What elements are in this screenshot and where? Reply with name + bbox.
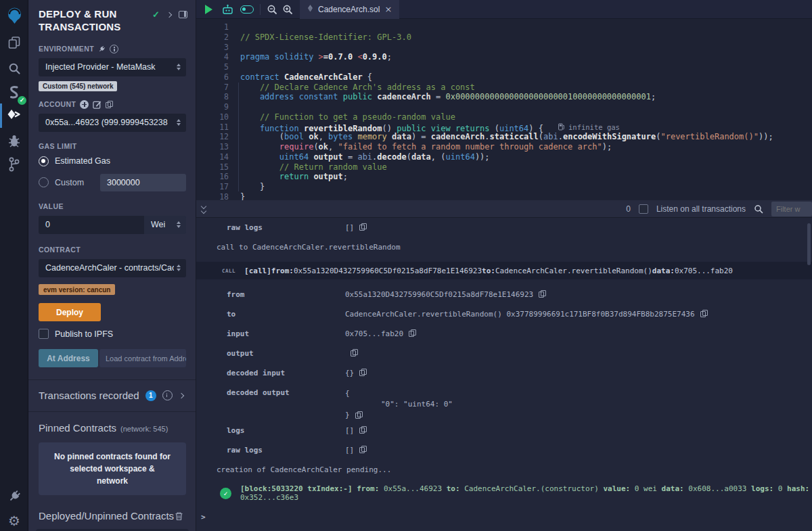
terminal-value: [] — [345, 223, 366, 232]
search-icon[interactable] — [0, 61, 28, 76]
estimated-gas-radio[interactable] — [39, 156, 49, 166]
sign-message-icon[interactable] — [93, 100, 102, 109]
evm-version-badge: evm version: cancun — [39, 284, 115, 295]
copy-icon[interactable] — [359, 223, 366, 231]
select-stepper-icon — [177, 264, 181, 271]
plug-icon[interactable] — [97, 43, 108, 54]
deploy-and-run-icon[interactable] — [0, 107, 28, 124]
transactions-info-icon[interactable] — [162, 390, 173, 400]
plugin-manager-icon[interactable] — [0, 487, 28, 505]
code-line[interactable]: 12 (bool ok, bytes memory data) = cadenc… — [196, 132, 812, 142]
at-address-button[interactable]: At Address — [39, 349, 98, 367]
editor-toolbar: CadenceArch.sol × — [196, 0, 812, 19]
success-check-icon: ✓ — [220, 488, 231, 499]
copy-icon[interactable] — [351, 349, 357, 356]
terminal-key: output — [227, 349, 254, 358]
publish-ipfs-checkbox[interactable] — [39, 329, 49, 339]
file-explorer-icon[interactable] — [0, 35, 28, 50]
value-label: VALUE — [39, 202, 186, 210]
terminal-kv-row: logs[] — [217, 426, 812, 435]
value-unit-select[interactable]: Wei — [144, 216, 186, 234]
copy-icon[interactable] — [359, 446, 366, 453]
compile-success-badge: ✓ — [18, 96, 26, 105]
remix-logo[interactable] — [0, 5, 28, 26]
line-number: 11 — [196, 122, 229, 133]
line-number: 18 — [196, 192, 229, 200]
code-line[interactable]: 4pragma solidity >=0.7.0 <0.9.0; — [196, 52, 812, 62]
code-line[interactable]: 1 — [196, 22, 812, 32]
close-tab-icon[interactable]: × — [384, 5, 392, 14]
terminal-scrollbar[interactable] — [807, 223, 811, 265]
source-control-icon[interactable] — [0, 156, 28, 173]
debugger-icon[interactable] — [0, 133, 28, 149]
terminal-header: 0 Listen on all transactions — [196, 200, 812, 218]
account-select[interactable]: 0x55a...46923 (999.9999453238 — [39, 114, 186, 132]
code-line[interactable]: 3 — [196, 43, 812, 53]
code-line[interactable]: 7 // Declare Cadence Arch's address as a… — [196, 83, 812, 93]
code-line[interactable]: 10 // Function to get a pseudo-random va… — [196, 112, 812, 122]
code-line[interactable]: 15 // Return random value — [196, 162, 812, 172]
code-line[interactable]: 6contract CadenceArchCaler { — [196, 72, 812, 83]
line-number: 8 — [196, 92, 229, 102]
collapse-terminal-icon[interactable] — [202, 204, 206, 213]
panel-forward-icon[interactable] — [166, 11, 172, 17]
run-script-play-icon[interactable] — [205, 5, 212, 14]
contract-label: CONTRACT — [39, 246, 186, 254]
panel-check-icon: ✓ — [152, 9, 160, 20]
copy-icon[interactable] — [409, 329, 415, 337]
copy-icon[interactable] — [539, 290, 545, 298]
deploy-button[interactable]: Deploy — [39, 303, 101, 321]
code-line[interactable]: 17 } — [196, 182, 812, 192]
clear-contracts-trash-icon[interactable] — [175, 511, 183, 521]
copy-icon[interactable] — [700, 310, 707, 317]
ai-assistant-robot-icon[interactable] — [222, 4, 233, 15]
code-line[interactable]: 8 address constant public cadenceArch = … — [196, 92, 812, 102]
filter-input[interactable] — [771, 202, 812, 216]
terminal-search-icon[interactable] — [754, 204, 763, 214]
environment-select[interactable]: Injected Provider - MetaMask — [39, 58, 186, 76]
terminal-success-line[interactable]: ✓[block:5033220 txIndex:-] from: 0x55a..… — [220, 484, 812, 502]
icon-rail: ✓ ⚙ — [0, 0, 28, 531]
split-view-icon[interactable] — [179, 11, 187, 18]
code-line[interactable]: 5 — [196, 62, 812, 72]
copilot-toggle[interactable] — [240, 5, 254, 14]
terminal-kv-row: decoded input{} — [217, 369, 812, 377]
tab-cadencearch-sol[interactable]: CadenceArch.sol × — [300, 0, 399, 19]
add-account-icon[interactable] — [80, 100, 89, 109]
copy-icon[interactable] — [359, 369, 366, 376]
code-line[interactable]: 11 function revertibleRandom() public vi… — [196, 122, 812, 133]
zoom-in-icon[interactable] — [282, 4, 293, 15]
terminal[interactable]: raw logs[]call to CadenceArchCaler.rever… — [196, 218, 812, 531]
pinned-network-label: (network: 545) — [120, 425, 168, 433]
terminal-call-summary[interactable]: CALL[call] from: 0x55a1320D432759960C5Df… — [196, 262, 812, 279]
code-editor[interactable]: 12// SPDX-License-Identifier: GPL-3.034p… — [196, 19, 812, 200]
zoom-out-icon[interactable] — [267, 4, 277, 15]
copy-icon[interactable] — [359, 426, 366, 434]
listen-all-checkbox[interactable] — [639, 204, 648, 214]
custom-gas-input[interactable]: 3000000 — [100, 174, 186, 191]
copy-account-icon[interactable] — [106, 101, 112, 108]
value-input[interactable]: 0 — [39, 216, 144, 234]
custom-gas-radio[interactable] — [39, 177, 49, 187]
terminal-kv-row: raw logs[] — [217, 223, 812, 232]
code-line[interactable]: 9 — [196, 102, 812, 112]
code-line[interactable]: 16 return output; — [196, 172, 812, 182]
line-number: 14 — [196, 152, 229, 162]
pinned-contracts-title: Pinned Contracts — [39, 422, 116, 434]
solidity-compiler-icon[interactable]: ✓ — [0, 85, 28, 102]
at-address-input[interactable]: Load contract from Addres — [99, 349, 186, 367]
environment-info-icon[interactable] — [110, 45, 118, 53]
indent-guide — [238, 83, 239, 191]
select-stepper-icon — [177, 64, 181, 70]
settings-icon[interactable]: ⚙ — [0, 512, 28, 530]
terminal-prompt[interactable]: > — [201, 513, 812, 522]
code-line[interactable]: 2// SPDX-License-Identifier: GPL-3.0 — [196, 32, 812, 43]
code-line[interactable]: 14 uint64 output = abi.decode(data, (uin… — [196, 152, 812, 162]
code-line[interactable]: 18} — [196, 192, 812, 200]
copy-icon[interactable] — [355, 411, 362, 419]
transactions-expand-icon[interactable] — [179, 392, 184, 398]
code-line[interactable]: 13 require(ok, "failed to fetch a random… — [196, 142, 812, 152]
deploy-run-panel: DEPLOY & RUN TRANSACTIONS ✓ ENVIRONMENT … — [28, 0, 196, 531]
contract-select[interactable]: CadenceArchCaler - contracts/Cac — [39, 259, 186, 277]
terminal-key: raw logs — [227, 446, 263, 455]
